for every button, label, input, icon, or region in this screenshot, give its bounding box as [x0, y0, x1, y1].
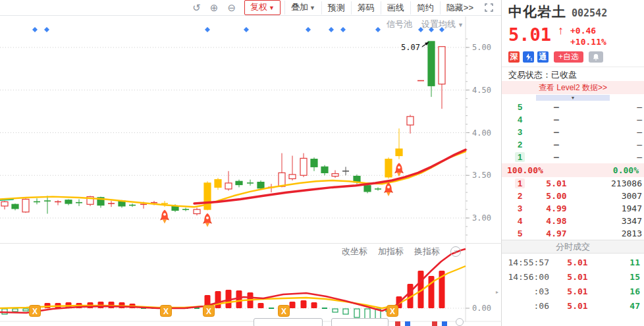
buy-level-row[interactable]: 54.972813 [502, 227, 644, 240]
tape-row: :035.0116 [502, 284, 644, 298]
chart-toolbar: ↺ ⊕ ⊖ 复权▼ 叠加▼ 预测 筹码 画线 简约 隐藏>> [0, 0, 501, 16]
sell-level-row[interactable]: 5—— [502, 101, 644, 113]
tape-row: :065.0147 [502, 298, 644, 313]
level2-link[interactable]: 查看 Level2 数据>> [502, 81, 644, 94]
candle-body [332, 174, 338, 177]
draw-line-button[interactable]: 画线 [381, 1, 410, 14]
candlestick-chart[interactable]: 5.004.504.003.503.005.07 [0, 16, 502, 243]
hk-connect-badge: 通 [537, 51, 549, 63]
signal-diamond-icon [306, 27, 311, 32]
shenzhen-badge: 深 [508, 51, 520, 63]
alert-bell-icon[interactable] [589, 51, 603, 63]
adjust-rights-button[interactable]: 复权▼ [244, 0, 281, 15]
switch-indicator-link[interactable]: 换指标 [414, 246, 440, 258]
period-button-cutoff[interactable] [254, 318, 323, 326]
candle-body [439, 47, 445, 84]
orderbook-ratio-row: 100.00% 0.00% [502, 163, 644, 177]
buy-ratio: 100.00% [507, 165, 543, 175]
candle-body [257, 182, 264, 188]
signal-pool-link[interactable]: 信号池 [387, 18, 412, 30]
zoom-in-icon[interactable]: ⊕ [205, 1, 223, 15]
close-indicator-icon[interactable]: × [450, 246, 461, 257]
x-signal-marker: X [387, 306, 398, 317]
rocket-signal-icon [203, 213, 212, 227]
volume-bar-down [333, 309, 338, 312]
change-axis-link[interactable]: 改坐标 [342, 246, 367, 258]
candle-body [1, 202, 8, 205]
sell-level-row[interactable]: 3—— [502, 126, 644, 138]
rocket-window [398, 166, 400, 169]
trading-status-value: 已收盘 [551, 70, 577, 80]
candlestick [1, 201, 8, 209]
volume-bar-up [258, 303, 264, 308]
candlestick [407, 115, 414, 133]
candlestick [194, 207, 200, 215]
buy-level-row[interactable]: 25.003007 [502, 190, 644, 202]
candlestick [65, 200, 72, 205]
chart-area: ↺ ⊕ ⊖ 复权▼ 叠加▼ 预测 筹码 画线 简约 隐藏>> 信号池 设置均线▼… [0, 0, 502, 326]
rocket-window [163, 213, 166, 215]
settings-icon[interactable] [456, 318, 464, 326]
candlestick [225, 171, 232, 191]
candle-body [407, 117, 414, 125]
last-price: 5.01 [508, 24, 551, 46]
hide-button[interactable]: 隐藏>> [440, 1, 479, 14]
simple-mode-button[interactable]: 简约 [410, 1, 440, 14]
buy-level-row[interactable]: 34.991947 [502, 202, 644, 215]
candlestick [204, 181, 211, 210]
chips-button[interactable]: 筹码 [351, 1, 381, 14]
sell-level-row[interactable]: 4—— [502, 113, 644, 126]
candlestick [215, 178, 221, 190]
candlestick [321, 165, 328, 176]
candlestick [182, 207, 189, 211]
candle-body [22, 200, 29, 212]
period-button-cutoff[interactable] [331, 318, 389, 326]
rocket-signal-icon [160, 209, 169, 223]
stock-name: 中化岩土 [508, 3, 566, 21]
svg-text:X: X [390, 307, 395, 316]
candle-body [321, 167, 328, 173]
volume-bar-down [13, 309, 18, 312]
ma-setting-link[interactable]: 设置均线▼ [421, 18, 464, 30]
chevron-down-icon: ▼ [571, 95, 576, 100]
axis-label: 0.00 [472, 304, 491, 313]
svg-text:X: X [281, 307, 286, 316]
trading-status: 交易状态：已收盘 [508, 69, 577, 81]
volume-bar-down [343, 309, 348, 314]
time-sales-list: 14:55:575.011114:56:005.0115:035.0116:06… [502, 255, 644, 313]
buy-level-row[interactable]: 15.01213086 [502, 177, 644, 190]
candlestick [22, 198, 29, 213]
volume-bar-up [301, 300, 307, 308]
candle-body [289, 175, 296, 178]
candlestick [34, 198, 40, 204]
stock-code: 002542 [572, 7, 607, 19]
mini-chart-icon[interactable] [432, 321, 437, 326]
volume-bar-up [45, 303, 51, 308]
buy-level-row[interactable]: 44.983347 [502, 215, 644, 227]
add-watchlist-button[interactable]: +自选 [554, 51, 583, 63]
predict-button[interactable]: 预测 [321, 1, 351, 14]
volume-bar-up [236, 290, 242, 308]
mini-chart-icon[interactable] [442, 321, 447, 326]
sell-level-row[interactable]: 2—— [502, 138, 644, 151]
candle-body [236, 181, 242, 184]
mini-chart-icon[interactable] [405, 321, 410, 326]
undo-icon[interactable]: ↺ [188, 1, 205, 15]
zoom-out-icon[interactable]: ⊖ [223, 1, 240, 15]
add-indicator-link[interactable]: 加指标 [378, 246, 404, 258]
fullscreen-icon[interactable] [485, 3, 493, 12]
x-signal-marker: X [279, 306, 290, 317]
candle-body [396, 149, 402, 155]
mini-chart-icon[interactable] [395, 321, 400, 326]
trading-status-label: 交易状态： [508, 70, 551, 80]
candlestick [129, 204, 136, 207]
stock-app-window: ↺ ⊕ ⊖ 复权▼ 叠加▼ 预测 筹码 画线 简约 隐藏>> 信号池 设置均线▼… [0, 0, 644, 326]
axis-label: 3.50 [472, 171, 491, 180]
orderbook-collapse-button[interactable]: ▼ [536, 95, 610, 101]
tape-header[interactable]: 分时成交 [502, 240, 644, 254]
overlay-button[interactable]: 叠加▼ [284, 1, 321, 14]
sell-level-row[interactable]: 1—— [502, 151, 644, 163]
svg-text:X: X [32, 307, 38, 316]
panel-collapse-handle[interactable]: ▸ [496, 283, 502, 300]
main-chart-zone: 信号池 设置均线▼ 5.004.504.003.503.005.07 [0, 16, 502, 243]
